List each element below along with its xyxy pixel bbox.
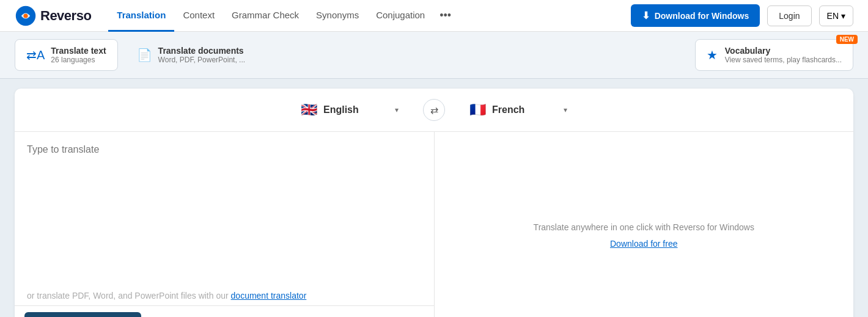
source-hint: or translate PDF, Word, and PowerPoint f…: [15, 291, 434, 305]
navbar: Reverso Translation Context Grammar Chec…: [0, 0, 868, 32]
translate-text-icon: ⇄A: [26, 48, 45, 62]
source-language-selector[interactable]: 🇬🇧 English ▾: [289, 97, 411, 123]
swap-languages-button[interactable]: ⇄: [423, 99, 445, 121]
tabs-section: ⇄A Translate text 26 languages 📄 Transla…: [0, 32, 868, 79]
nav-right: ⬇ Download for Windows Login EN ▾: [631, 4, 853, 27]
nav-context[interactable]: Context: [174, 0, 223, 32]
nav-conjugation[interactable]: Conjugation: [367, 0, 433, 32]
chevron-down-icon: ▾: [841, 11, 845, 21]
translate-docs-icon: 📄: [137, 48, 152, 62]
french-flag-icon: 🇫🇷: [469, 102, 486, 118]
text-panels: or translate PDF, Word, and PowerPoint f…: [15, 132, 853, 317]
nav-more-icon[interactable]: •••: [433, 9, 457, 22]
source-textarea[interactable]: [15, 132, 434, 291]
new-badge: NEW: [836, 35, 858, 44]
target-language-selector[interactable]: 🇫🇷 French ▾: [457, 97, 579, 123]
target-promo: Translate anywhere in one click with Rev…: [521, 209, 767, 261]
login-button[interactable]: Login: [767, 5, 811, 26]
translate-text-label: Translate text: [51, 46, 106, 56]
source-footer: ABC ✓ Grammar Check ⌨: [15, 305, 434, 317]
source-lang-chevron-icon: ▾: [395, 106, 399, 114]
download-button[interactable]: ⬇ Download for Windows: [631, 4, 760, 27]
translate-docs-label: Translate documents: [158, 46, 246, 56]
document-translator-link[interactable]: document translator: [231, 291, 307, 301]
target-lang-chevron-icon: ▾: [564, 106, 567, 114]
source-hint-text: or translate PDF, Word, and PowerPoint f…: [27, 291, 231, 301]
grammar-check-button[interactable]: ABC ✓ Grammar Check: [24, 312, 141, 317]
swap-icon: ⇄: [430, 104, 438, 116]
svg-point-1: [23, 13, 28, 18]
translate-docs-sublabel: Word, PDF, PowerPoint, ...: [158, 56, 246, 64]
english-flag-icon: 🇬🇧: [301, 102, 317, 118]
vocabulary-card[interactable]: NEW ★ Vocabulary View saved terms, play …: [695, 39, 853, 71]
translation-container: 🇬🇧 English ▾ ⇄ 🇫🇷 French ▾ or translate …: [15, 89, 853, 317]
current-language: EN: [827, 11, 839, 21]
vocabulary-icon: ★: [707, 48, 718, 62]
source-panel: or translate PDF, Word, and PowerPoint f…: [15, 132, 435, 317]
nav-translation[interactable]: Translation: [108, 0, 174, 32]
logo-text: Reverso: [40, 8, 91, 24]
tab-translate-docs[interactable]: 📄 Translate documents Word, PDF, PowerPo…: [125, 39, 257, 71]
vocabulary-sublabel: View saved terms, play flashcards...: [725, 56, 842, 64]
translate-text-sublabel: 26 languages: [51, 56, 106, 64]
nav-links: Translation Context Grammar Check Synony…: [108, 0, 630, 32]
download-button-label: Download for Windows: [655, 11, 749, 21]
target-language-name: French: [492, 104, 524, 115]
promo-text: Translate anywhere in one click with Rev…: [534, 221, 754, 234]
nav-synonyms[interactable]: Synonyms: [307, 0, 367, 32]
logo-icon: [15, 5, 37, 27]
keyboard-icon[interactable]: ⌨: [408, 315, 424, 318]
language-selector[interactable]: EN ▾: [819, 5, 853, 26]
nav-grammar-check[interactable]: Grammar Check: [223, 0, 307, 32]
logo[interactable]: Reverso: [15, 5, 91, 27]
download-for-free-link[interactable]: Download for free: [610, 239, 678, 249]
language-bar: 🇬🇧 English ▾ ⇄ 🇫🇷 French ▾: [15, 89, 853, 132]
vocabulary-label: Vocabulary: [725, 46, 842, 56]
target-panel: Translate anywhere in one click with Rev…: [435, 132, 854, 317]
source-language-name: English: [323, 104, 359, 115]
tab-translate-text[interactable]: ⇄A Translate text 26 languages: [15, 39, 118, 71]
download-icon: ⬇: [642, 10, 650, 21]
